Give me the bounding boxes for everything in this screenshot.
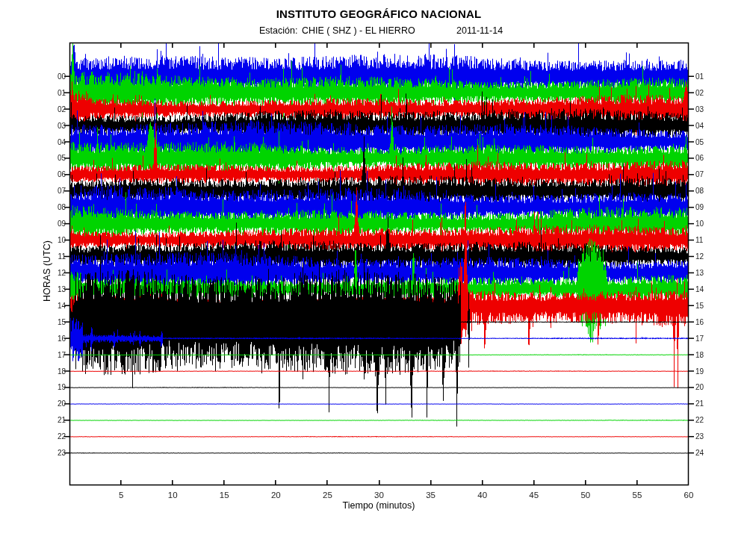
right-hour-label: 10 bbox=[695, 220, 715, 228]
left-hour-label: 09 bbox=[46, 220, 66, 228]
minute-tick-label: 50 bbox=[575, 491, 596, 500]
right-hour-label: 04 bbox=[695, 122, 715, 130]
minute-tick-label: 5 bbox=[111, 491, 131, 500]
left-hour-label: 14 bbox=[46, 302, 66, 310]
minute-tick-label: 10 bbox=[162, 491, 183, 500]
right-hour-label: 19 bbox=[695, 367, 715, 376]
minute-tick-label: 55 bbox=[627, 491, 648, 500]
left-hour-label: 08 bbox=[46, 203, 66, 211]
left-hour-label: 23 bbox=[46, 449, 66, 457]
helicorder-page: INSTITUTO GEOGRÁFICO NACIONAL Estación: … bbox=[0, 0, 747, 560]
right-hour-label: 23 bbox=[695, 432, 715, 441]
left-hour-label: 19 bbox=[46, 383, 66, 391]
left-hour-label: 22 bbox=[46, 432, 66, 441]
right-hour-label: 08 bbox=[695, 187, 715, 195]
right-hour-label: 18 bbox=[695, 351, 715, 359]
left-hour-label: 16 bbox=[46, 335, 66, 343]
right-hour-label: 15 bbox=[695, 302, 715, 310]
right-hour-label: 06 bbox=[695, 154, 715, 162]
right-hour-label: 11 bbox=[695, 236, 715, 244]
right-hour-label: 07 bbox=[695, 170, 715, 178]
left-hour-label: 15 bbox=[46, 318, 66, 326]
right-hour-label: 24 bbox=[695, 449, 715, 457]
right-hour-label: 05 bbox=[695, 138, 715, 146]
right-hour-label: 20 bbox=[695, 383, 715, 391]
left-hour-label: 05 bbox=[46, 154, 66, 162]
minute-tick-label: 25 bbox=[317, 491, 338, 500]
date-value: 2011-11-14 bbox=[456, 25, 503, 36]
right-hour-label: 16 bbox=[695, 318, 715, 326]
left-hour-label: 12 bbox=[46, 269, 66, 277]
minute-tick-label: 35 bbox=[421, 491, 441, 500]
right-hour-label: 17 bbox=[695, 335, 715, 343]
left-hour-label: 21 bbox=[46, 416, 66, 424]
right-hour-label: 09 bbox=[695, 203, 715, 211]
right-hour-label: 14 bbox=[695, 285, 715, 293]
left-hour-label: 06 bbox=[46, 170, 66, 178]
left-hour-label: 01 bbox=[46, 89, 66, 97]
right-hour-label: 12 bbox=[695, 252, 715, 261]
left-hour-label: 07 bbox=[46, 187, 66, 195]
minute-tick-label: 45 bbox=[524, 491, 545, 500]
minute-tick-label: 15 bbox=[214, 491, 235, 500]
station-field-label: Estación: bbox=[259, 25, 297, 36]
left-hour-label: 02 bbox=[46, 105, 66, 113]
minute-tick-label: 40 bbox=[472, 491, 493, 500]
minute-tick-label: 60 bbox=[678, 491, 699, 500]
left-hour-label: 18 bbox=[46, 367, 66, 376]
left-hour-label: 13 bbox=[46, 285, 66, 293]
right-hour-label: 22 bbox=[695, 416, 715, 424]
page-title: INSTITUTO GEOGRÁFICO NACIONAL bbox=[276, 7, 482, 20]
right-hour-label: 02 bbox=[695, 89, 715, 97]
left-hour-label: 10 bbox=[46, 236, 66, 244]
left-hour-label: 03 bbox=[46, 122, 66, 130]
minute-tick-label: 20 bbox=[265, 491, 286, 500]
right-hour-label: 01 bbox=[695, 72, 715, 81]
right-hour-label: 21 bbox=[695, 399, 715, 408]
left-hour-label: 04 bbox=[46, 138, 66, 146]
right-hour-label: 13 bbox=[695, 269, 715, 277]
right-hour-label: 03 bbox=[695, 105, 715, 113]
left-hour-label: 17 bbox=[46, 351, 66, 359]
left-hour-label: 20 bbox=[46, 399, 66, 408]
left-hour-label: 00 bbox=[46, 72, 66, 81]
left-hour-label: 11 bbox=[46, 252, 66, 261]
x-axis-label: Tiempo (minutos) bbox=[343, 500, 415, 511]
station-value: CHIE ( SHZ ) - EL HIERRO bbox=[302, 25, 415, 36]
minute-tick-label: 30 bbox=[369, 491, 390, 500]
seismogram-canvas bbox=[0, 0, 747, 560]
